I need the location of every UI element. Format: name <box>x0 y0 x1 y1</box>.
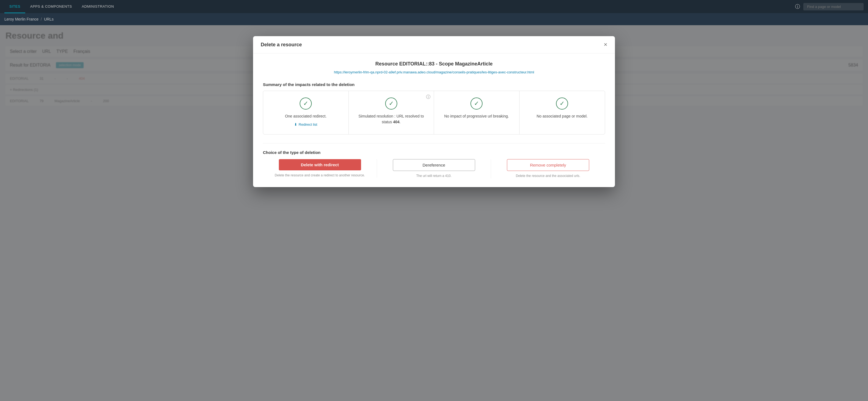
breadcrumb-separator: / <box>41 17 42 21</box>
nav-sites[interactable]: SITES <box>4 0 25 13</box>
impact-text-resolution: Simulated resolution : URL resolved to s… <box>354 113 429 125</box>
impact-text-page-model: No associated page or model. <box>525 113 599 119</box>
delete-redirect-hint: Delete the resource and create a redirec… <box>275 173 365 178</box>
apps-label: APPS & COMPONENTS <box>30 4 72 8</box>
remove-completely-hint: Delete the resource and the associated u… <box>516 174 580 178</box>
breadcrumb-section[interactable]: URLs <box>44 17 54 21</box>
dereference-hint: The url will return a 410. <box>416 174 452 178</box>
impact-cell-page-model: ✓ No associated page or model. <box>520 91 605 134</box>
modal-header: Delete a resource × <box>253 36 615 54</box>
modal-overlay: Delete a resource × Resource EDITORIAL::… <box>0 25 868 401</box>
download-icon: ⬇ <box>294 123 297 127</box>
impact-grid: ✓ One associated redirect. ⬇ Redirect li… <box>263 91 605 134</box>
check-icon-progressive: ✓ <box>470 98 483 109</box>
nav-right-section: ⓘ <box>795 3 864 10</box>
sites-label: SITES <box>9 4 20 8</box>
resource-url-link[interactable]: https://leroymerlin-frlm-qa.nprd-02-a9ef… <box>334 70 534 74</box>
resource-link-container: https://leroymerlin-frlm-qa.nprd-02-a9ef… <box>263 70 605 74</box>
search-input[interactable] <box>803 3 864 10</box>
impact-cell-resolution: ⓘ ✓ Simulated resolution : URL resolved … <box>349 91 434 134</box>
delete-with-redirect-button[interactable]: Delete with redirect <box>279 159 361 170</box>
redirect-list-label: Redirect list <box>299 123 317 127</box>
info-icon-resolution[interactable]: ⓘ <box>426 94 430 100</box>
breadcrumb-site[interactable]: Leroy Merlin France <box>4 17 39 21</box>
impacts-heading: Summary of the impacts related to the de… <box>263 82 605 87</box>
impact-text-redirect: One associated redirect. <box>269 113 343 119</box>
deletion-heading: Choice of the type of deletion <box>263 150 605 155</box>
check-icon-resolution: ✓ <box>385 98 397 109</box>
modal-body: Resource EDITORIAL::83 - Scope MagazineA… <box>253 54 615 187</box>
check-icon-redirect: ✓ <box>300 98 312 109</box>
redirect-list-link[interactable]: ⬇ Redirect list <box>294 123 317 127</box>
nav-apps[interactable]: APPS & COMPONENTS <box>25 0 77 13</box>
modal-title: Delete a resource <box>261 42 302 48</box>
dereference-button[interactable]: Dereference <box>393 159 475 171</box>
top-navigation: SITES APPS & COMPONENTS ADMINISTRATION ⓘ <box>0 0 868 13</box>
impact-cell-redirect: ✓ One associated redirect. ⬇ Redirect li… <box>263 91 349 134</box>
close-button[interactable]: × <box>604 42 607 48</box>
nav-admin[interactable]: ADMINISTRATION <box>77 0 119 13</box>
deletion-section: Choice of the type of deletion Delete wi… <box>263 143 605 178</box>
impact-text-progressive: No impact of progressive url breaking. <box>439 113 514 119</box>
check-icon-page-model: ✓ <box>556 98 568 109</box>
admin-label: ADMINISTRATION <box>82 4 114 8</box>
delete-resource-modal: Delete a resource × Resource EDITORIAL::… <box>253 36 615 187</box>
deletion-col-dereference: Dereference The url will return a 410. <box>377 159 491 178</box>
help-icon[interactable]: ⓘ <box>795 3 800 10</box>
remove-completely-button[interactable]: Remove completely <box>507 159 589 171</box>
breadcrumb: Leroy Merlin France / URLs <box>0 13 868 25</box>
impact-cell-progressive: ✓ No impact of progressive url breaking. <box>434 91 520 134</box>
deletion-grid: Delete with redirect Delete the resource… <box>263 159 605 178</box>
resource-name: Resource EDITORIAL::83 - Scope MagazineA… <box>263 61 605 67</box>
deletion-col-remove: Remove completely Delete the resource an… <box>491 159 605 178</box>
main-content: Resource and Select a criter URL TYPE Fr… <box>0 25 868 401</box>
deletion-col-redirect: Delete with redirect Delete the resource… <box>263 159 377 178</box>
